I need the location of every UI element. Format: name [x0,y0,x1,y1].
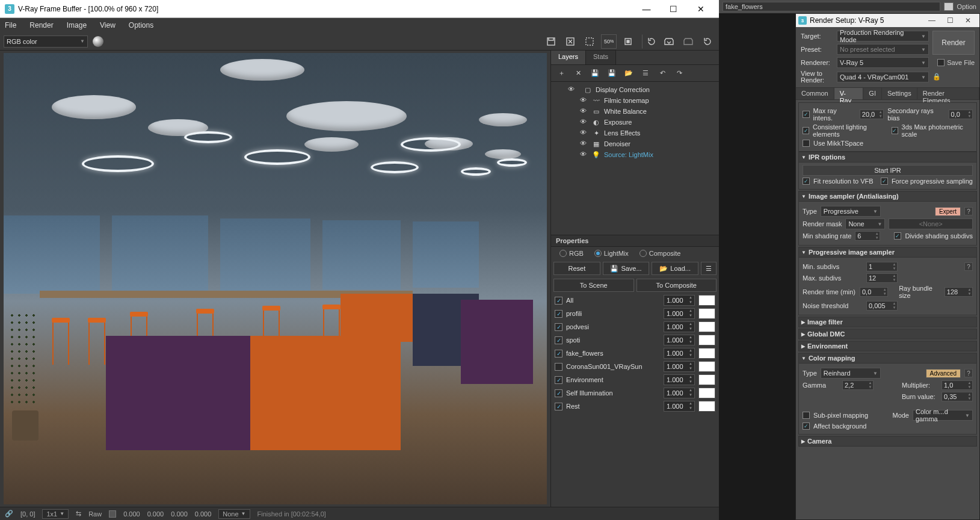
close-button[interactable]: ✕ [687,1,714,17]
tab-vray[interactable]: V-Ray [834,88,864,99]
preset-dropdown[interactable]: No preset selected▼ [837,44,929,55]
cmap-mode-dropdown[interactable]: Color m...d gamma▼ [913,410,973,421]
eye-icon[interactable]: 👁 [580,129,588,137]
lm-multiplier-input[interactable]: 1.000▲▼ [664,374,695,385]
eye-icon[interactable]: 👁 [580,150,588,159]
lm-name[interactable]: Rest [566,403,660,410]
rs-minimize-button[interactable]: — [923,16,941,25]
help-icon[interactable]: ? [964,262,973,271]
eye-icon[interactable]: 👁 [568,85,576,94]
max-ray-input[interactable]: 20,0▲▼ [860,110,884,119]
stop-render-icon[interactable] [700,34,715,49]
menu-options[interactable]: Options [129,21,153,29]
menu-image[interactable]: Image [67,21,87,29]
eye-icon[interactable]: 👁 [580,96,588,105]
layer-options-icon[interactable]: ☰ [640,68,651,79]
status-resolution[interactable]: 1x1▼ [42,509,69,519]
tab-common[interactable]: Common [796,88,834,99]
rollout-cmap-head[interactable]: ▼Color mapping [798,353,977,364]
material-preview-icon[interactable] [93,36,103,47]
redo-icon[interactable]: ↷ [674,68,685,79]
max-subdivs-input[interactable]: 12▲▼ [866,273,898,283]
link-icon[interactable]: 🔗 [5,510,13,518]
expert-badge[interactable]: Expert [935,207,961,216]
save-button[interactable]: 💾 Save... [603,262,650,275]
scene-material-field[interactable]: fake_flowers [723,2,940,11]
tab-layers[interactable]: Layers [551,51,586,64]
gamma-input[interactable]: 2,2▲▼ [842,380,874,390]
lm-multiplier-input[interactable]: 1.000▲▼ [664,321,695,332]
tab-settings[interactable]: Settings [882,88,917,99]
layer-item[interactable]: Denoiser [604,140,630,147]
rollout-camera-head[interactable]: ▶Camera [798,436,977,447]
tab-gi[interactable]: GI [863,88,882,99]
rs-maximize-button[interactable]: ☐ [941,16,959,25]
lm-name[interactable]: spoti [566,336,660,344]
minimize-button[interactable]: — [633,1,660,17]
lm-checkbox[interactable] [555,403,562,410]
help-icon[interactable]: ? [964,207,973,215]
status-element-select[interactable]: None▼ [218,509,250,519]
target-dropdown[interactable]: Production Rendering Mode▼ [837,31,929,42]
add-layer-icon[interactable]: ＋ [556,68,567,79]
render-time-input[interactable]: 0,0▲▼ [860,287,888,297]
chk-mikkt[interactable] [803,140,810,147]
save-all-icon[interactable]: 💾 [606,68,617,79]
rollout-filter-head[interactable]: ▶Image filter [798,317,977,327]
lm-multiplier-input[interactable]: 1.000▲▼ [664,295,695,306]
lm-checkbox[interactable] [555,389,562,397]
delete-layer-icon[interactable]: ✕ [573,68,584,79]
lm-color-swatch[interactable] [698,295,715,306]
layer-item[interactable]: Lens Effects [604,129,640,137]
eye-icon[interactable]: 👁 [580,118,588,126]
lm-name[interactable]: Self Illumination [566,389,660,397]
min-subdivs-input[interactable]: 1▲▼ [866,262,898,271]
save-preset-icon[interactable]: 💾 [590,68,600,79]
tab-render-elements[interactable]: Render Elements [917,88,979,99]
lm-color-swatch[interactable] [698,388,715,398]
render-last-icon[interactable] [642,34,658,49]
start-ipr-button[interactable]: Start IPR [803,165,973,176]
lm-color-swatch[interactable] [698,401,715,412]
chk-max-ray[interactable] [803,111,810,118]
mask-target[interactable]: <None> [889,218,973,229]
lm-multiplier-input[interactable]: 1.000▲▼ [664,388,695,398]
rollout-prog-head[interactable]: ▼Progressive image sampler [798,247,977,258]
burn-input[interactable]: 0,35▲▼ [941,392,973,401]
lm-color-swatch[interactable] [698,348,715,359]
lm-multiplier-input[interactable]: 1.000▲▼ [664,348,695,359]
tab-stats[interactable]: Stats [586,51,616,64]
layer-item[interactable]: White Balance [604,108,647,115]
save-file-checkbox[interactable]: Save File [932,59,975,66]
rs-close-button[interactable]: ✕ [959,16,977,25]
sampler-type-dropdown[interactable]: Progressive▼ [821,206,881,217]
lm-name[interactable]: CoronaSun001_VRaySun [566,363,660,370]
zoom-percent-icon[interactable]: 50% [601,34,617,49]
eye-icon[interactable]: 👁 [580,107,588,116]
ipr-icon[interactable] [680,34,696,49]
lm-checkbox[interactable] [555,363,562,371]
follow-mouse-icon[interactable] [620,34,636,49]
bundle-input[interactable]: 128▲▼ [945,287,973,297]
maximize-button[interactable]: ☐ [660,1,687,17]
region-render-icon[interactable] [582,34,597,49]
reset-button[interactable]: Reset [553,262,600,275]
radio-composite[interactable]: Composite [639,250,681,257]
eye-icon[interactable]: 👁 [580,140,588,148]
layer-item[interactable]: Filmic tonemap [604,97,649,104]
rs-body[interactable]: Max ray intens.20,0▲▼Secondary rays bias… [796,100,979,519]
rollout-ipr-head[interactable]: ▼IPR options [798,152,977,162]
renderer-dropdown[interactable]: V-Ray 5▼ [837,57,929,68]
radio-lightmix[interactable]: LightMix [594,250,629,257]
chk-force-prog[interactable] [881,178,888,185]
options-button[interactable]: ☰ [701,262,717,275]
radio-rgb[interactable]: RGB [559,250,584,257]
chk-consistent[interactable] [803,127,809,134]
render-button[interactable]: Render [932,31,975,55]
chk-affect-bg[interactable] [803,422,810,430]
view-dropdown[interactable]: Quad 4 - VRayCam001▼ [837,72,929,82]
mult-input[interactable]: 1,0▲▼ [941,380,973,390]
rollout-sampler-head[interactable]: ▼Image sampler (Antialiasing) [798,191,977,202]
sec-bias-input[interactable]: 0,0▲▼ [949,110,973,119]
lm-name[interactable]: podvesi [566,323,660,330]
